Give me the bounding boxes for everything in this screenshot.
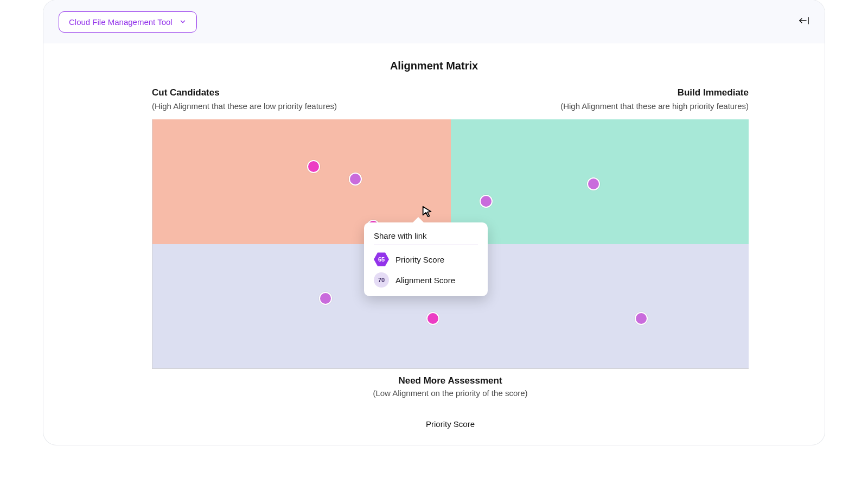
tooltip-feature-name: Share with link [374,231,478,245]
data-point[interactable] [587,177,600,190]
project-name: Cloud File Management Tool [69,17,173,27]
data-point[interactable] [349,173,362,186]
collapse-panel-icon[interactable] [799,16,809,28]
quadrant-header-bottom: Need More Assessment (Low Alignment on t… [152,375,749,398]
quadrant-header-top-left: Cut Candidates (High Alignment that thes… [152,87,450,119]
quadrant-title: Need More Assessment [152,375,749,386]
quadrant-title: Cut Candidates [152,87,450,98]
project-dropdown[interactable]: Cloud File Management Tool [59,11,197,33]
alignment-score-label: Alignment Score [395,276,455,285]
x-axis-label: Priority Score [152,419,749,429]
quadrant-header-top-right: Build Immediate (High Alignment that the… [450,87,749,119]
quadrant-need-assessment-right [451,244,749,369]
app-window: Cloud File Management Tool Alignment Mat… [43,0,825,445]
alignment-score-badge: 70 [374,272,389,288]
priority-score-label: Priority Score [395,255,444,264]
tooltip-alignment-row: 70 Alignment Score [374,272,478,288]
data-point[interactable] [426,312,439,325]
quadrant-headers: Cut Candidates (High Alignment that thes… [152,87,749,119]
quadrant-subtitle: (Low Alignment on the priority of the sc… [152,388,749,398]
alignment-matrix[interactable]: Alignment Score Share with link 65 Prior… [152,119,749,369]
data-point[interactable] [319,292,332,305]
tooltip-priority-row: 65 Priority Score [374,252,478,267]
matrix-wrap: Cut Candidates (High Alignment that thes… [152,87,749,429]
data-point[interactable] [307,160,320,173]
header-bar: Cloud File Management Tool [43,0,825,43]
quadrant-subtitle: (High Alignment that these are high prio… [450,101,749,111]
mouse-cursor-icon [421,205,433,217]
data-point[interactable] [480,195,493,208]
chevron-down-icon [179,18,187,25]
chart-area: Alignment Matrix Cut Candidates (High Al… [43,43,825,445]
priority-score-badge: 65 [374,252,389,267]
quadrant-subtitle: (High Alignment that these are low prior… [152,101,450,111]
quadrant-title: Build Immediate [450,87,749,98]
data-point[interactable] [635,312,648,325]
point-tooltip: Share with link 65 Priority Score 70 Ali… [364,222,488,296]
chart-title: Alignment Matrix [119,60,749,72]
